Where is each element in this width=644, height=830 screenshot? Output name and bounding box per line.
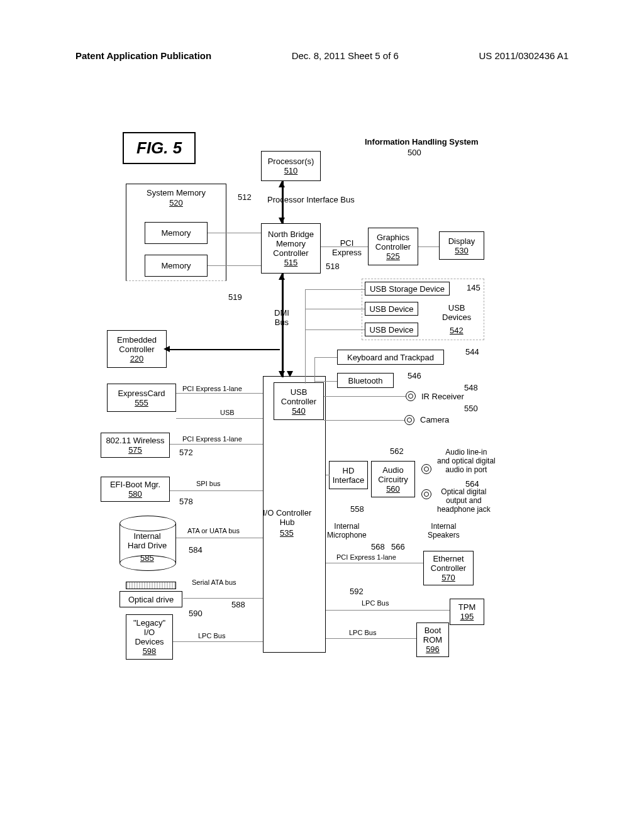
optical-out-label: Optical digital output and headphone jac… — [437, 487, 491, 514]
dmi-bus-line — [282, 274, 284, 377]
embedded-ref: 220 — [130, 354, 144, 363]
ethernet-box: Ethernet Controller 570 — [423, 551, 474, 585]
pcie-lane2: PCI Express 1-lane — [182, 435, 242, 443]
audio-label: Audio Circuitry — [378, 465, 408, 484]
lpc-bus1-label: LPC Bus — [198, 632, 225, 639]
proc-bus-label: Processor Interface Bus — [267, 195, 355, 204]
usb1-line — [305, 289, 365, 290]
expresscard-ref: 555 — [135, 398, 148, 407]
hd-line — [326, 475, 330, 475]
usb3-line — [305, 329, 365, 330]
usb-lane: USB — [220, 409, 235, 416]
ref-519: 519 — [228, 292, 242, 302]
ref-590: 590 — [189, 609, 203, 618]
tpm-line — [326, 610, 450, 611]
audio-ref: 560 — [386, 484, 400, 494]
display-box: Display 530 — [439, 231, 484, 260]
ethernet-label: Ethernet Controller — [431, 554, 466, 573]
embedded-box: Embedded Controller 220 — [107, 330, 167, 368]
header-left: Patent Application Publication — [75, 50, 211, 61]
ref-566: 566 — [391, 542, 405, 551]
memory1-box: Memory — [145, 222, 208, 244]
wifi-line — [170, 444, 263, 445]
ir-receiver-label: IR Receiver — [421, 392, 464, 401]
processors-ref: 510 — [284, 166, 298, 175]
ref-518: 518 — [326, 262, 340, 271]
speakers-label: Internal Speakers — [428, 522, 460, 540]
embedded-label: Embedded Controller — [117, 335, 157, 354]
efi-line — [170, 490, 263, 491]
pci-express-label: PCI Express — [332, 229, 362, 257]
system-title: Information Handling System — [365, 137, 479, 147]
optical-label: Optical drive — [128, 595, 174, 604]
spi-bus-label: SPI bus — [196, 480, 221, 487]
usb-controller-ref: 540 — [292, 406, 306, 416]
gc-disp-line — [418, 246, 439, 247]
efi-ref: 580 — [128, 489, 142, 499]
proc-bus-line — [282, 181, 284, 223]
bluetooth-box: Bluetooth — [337, 373, 394, 388]
ref-572: 572 — [179, 448, 193, 457]
keyboard-box: Keyboard and Trackpad — [337, 350, 444, 365]
sata-bus-label: Serial ATA bus — [192, 578, 236, 586]
arrow-down2 — [279, 371, 285, 377]
ref-512: 512 — [238, 192, 252, 202]
tpm-box: TPM 195 — [450, 599, 484, 625]
keyboard-label: Keyboard and Trackpad — [347, 353, 434, 362]
io-hub-label: I/O Controller Hub — [263, 508, 311, 527]
keyboard-ref: 544 — [465, 347, 479, 357]
ref-564: 564 — [465, 479, 479, 489]
usb-storage-box: USB Storage Device — [365, 282, 450, 296]
graphics-ref: 525 — [386, 252, 400, 261]
ref-578: 578 — [179, 497, 193, 506]
eth-line — [326, 563, 423, 563]
camera-label: Camera — [420, 415, 449, 424]
processors-label: Processor(s) — [268, 157, 314, 166]
ir-line — [324, 396, 406, 397]
north-bridge-box: North Bridge Memory Controller 515 — [261, 223, 321, 274]
ref-592: 592 — [350, 587, 364, 596]
usb2-line — [305, 309, 365, 309]
camera-ref: 550 — [464, 404, 478, 413]
boot-rom-ref: 596 — [426, 645, 440, 654]
expresscard-label: ExpressCard — [118, 389, 165, 398]
ir-receiver-ref: 548 — [464, 383, 478, 392]
legacy-ref: 598 — [143, 646, 157, 656]
arrow-down2b — [287, 371, 293, 377]
camera-icon — [404, 415, 414, 425]
figure-title: FIG. 5 — [123, 132, 196, 164]
pcie-lane1: PCI Express 1-lane — [182, 385, 242, 392]
arrow-up1 — [279, 181, 285, 187]
page-header: Patent Application Publication Dec. 8, 2… — [0, 0, 644, 67]
usb-vline2 — [314, 357, 315, 382]
bluetooth-label: Bluetooth — [348, 376, 383, 385]
ec-line — [167, 349, 280, 350]
display-ref: 530 — [455, 246, 469, 255]
usb-storage-label: USB Storage Device — [370, 284, 445, 294]
usb-device1-label: USB Device — [369, 304, 413, 314]
kb-line — [314, 357, 337, 358]
lpc-bus2-label: LPC Bus — [362, 599, 389, 607]
arrow-left-ec — [164, 346, 170, 352]
ir-receiver-icon — [406, 391, 416, 401]
boot-rom-label: Boot ROM — [423, 626, 442, 645]
cam-line — [324, 420, 404, 421]
wireless-label: 802.11 Wireless — [106, 436, 164, 445]
pcie-lane3: PCI Express 1-lane — [336, 553, 396, 561]
bluetooth-ref: 546 — [408, 371, 421, 380]
memory2-box: Memory — [145, 255, 208, 277]
graphics-box: Graphics Controller 525 — [368, 228, 418, 265]
tpm-label: TPM — [458, 602, 475, 612]
hard-drive-label: Internal Hard Drive — [128, 531, 167, 550]
header-right: US 2011/0302436 A1 — [479, 50, 569, 61]
ref-588: 588 — [231, 600, 245, 609]
system-ref: 500 — [408, 148, 421, 157]
wireless-box: 802.11 Wireless 575 — [101, 433, 170, 458]
mem1-line — [208, 233, 261, 233]
nb-gc-line — [321, 246, 368, 247]
mem2-line — [208, 265, 261, 266]
od-line — [183, 598, 263, 599]
graphics-label: Graphics Controller — [375, 233, 411, 252]
bt-line — [314, 381, 337, 382]
header-center: Dec. 8, 2011 Sheet 5 of 6 — [292, 50, 399, 61]
